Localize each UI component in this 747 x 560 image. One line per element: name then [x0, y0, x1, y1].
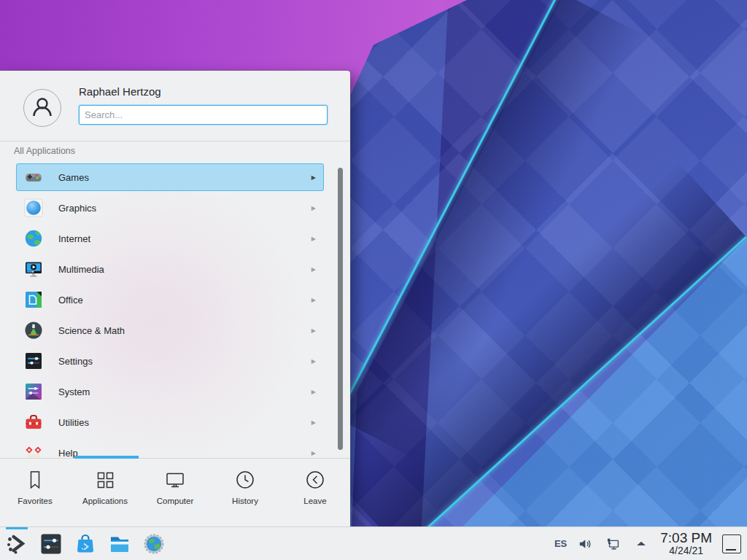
- taskbar-panel: ES 7:03 PM: [0, 526, 747, 560]
- system-tray: ES 7:03 PM: [554, 531, 741, 556]
- tab-applications[interactable]: Applications: [70, 459, 140, 526]
- section-label: All Applications: [14, 146, 75, 156]
- user-avatar[interactable]: [23, 89, 61, 127]
- menu-item-label: Science & Math: [58, 325, 125, 336]
- submenu-arrow-icon: ▶: [311, 266, 316, 273]
- submenu-arrow-icon: ▶: [311, 419, 316, 426]
- submenu-arrow-icon: ▶: [311, 174, 316, 181]
- dolphin-file-manager-button[interactable]: [108, 530, 131, 558]
- computer-icon: [164, 469, 186, 491]
- active-launcher-indicator: [6, 527, 28, 529]
- menu-item-label: Settings: [58, 356, 93, 367]
- tab-favorites[interactable]: Favorites: [0, 459, 70, 526]
- menu-item-utilities[interactable]: Utilities ▶: [16, 408, 324, 436]
- system-icon: [24, 382, 43, 401]
- taskbar-launchers: [5, 530, 166, 558]
- internet-icon: [24, 229, 43, 248]
- system-settings-icon: [40, 533, 62, 555]
- network-icon[interactable]: [605, 535, 622, 553]
- tab-label: Applications: [82, 497, 128, 505]
- kickoff-launcher-button[interactable]: [5, 530, 28, 558]
- submenu-arrow-icon: ▶: [311, 450, 316, 456]
- keyboard-layout-indicator[interactable]: ES: [554, 538, 567, 549]
- tab-computer[interactable]: Computer: [140, 459, 210, 526]
- games-icon: [24, 168, 43, 187]
- tab-label: History: [232, 497, 258, 505]
- menu-item-label: Graphics: [58, 203, 96, 214]
- settings-icon: [24, 351, 43, 370]
- submenu-arrow-icon: ▶: [311, 389, 316, 395]
- multimedia-icon: [24, 260, 43, 279]
- submenu-arrow-icon: ▶: [311, 236, 316, 242]
- menu-item-label: System: [58, 386, 90, 397]
- list-scrollbar[interactable]: [338, 168, 343, 450]
- applications-icon: [94, 469, 116, 491]
- discover-button[interactable]: [74, 530, 97, 558]
- graphics-icon: [24, 198, 43, 217]
- kickoff-launcher-popup: Raphael Hertzog All Applications: [0, 71, 350, 526]
- office-icon: [24, 290, 43, 309]
- tab-history[interactable]: History: [210, 459, 280, 526]
- header-separator: [0, 141, 350, 141]
- clock-date: 4/24/21: [660, 545, 712, 556]
- submenu-arrow-icon: ▶: [311, 327, 316, 334]
- help-icon: [24, 443, 43, 458]
- volume-icon[interactable]: [577, 535, 595, 553]
- history-icon: [234, 469, 256, 491]
- favorites-icon: [24, 469, 46, 491]
- desktop: Raphael Hertzog All Applications: [0, 0, 747, 560]
- submenu-arrow-icon: ▶: [311, 205, 316, 211]
- menu-item-science-math[interactable]: Science & Math ▶: [16, 316, 324, 344]
- menu-item-multimedia[interactable]: Multimedia ▶: [16, 255, 324, 283]
- dolphin-file-manager-icon: [109, 533, 131, 555]
- menu-item-label: Multimedia: [58, 264, 104, 275]
- kickoff-tab-bar: Favorites Applications C: [0, 459, 350, 526]
- tab-leave[interactable]: Leave: [280, 459, 350, 526]
- discover-icon: [74, 533, 96, 555]
- expand-tray-icon[interactable]: [632, 535, 650, 553]
- menu-item-label: Utilities: [58, 417, 89, 428]
- menu-item-label: Internet: [58, 233, 90, 244]
- web-browser-icon: [143, 533, 165, 555]
- menu-item-internet[interactable]: Internet ▶: [16, 225, 324, 252]
- show-desktop-button[interactable]: [722, 534, 741, 553]
- user-icon: [28, 93, 57, 122]
- menu-item-label: Games: [58, 172, 89, 183]
- tab-label: Favorites: [18, 497, 52, 505]
- kickoff-header: Raphael Hertzog: [0, 71, 350, 141]
- user-name: Raphael Hertzog: [79, 85, 161, 98]
- submenu-arrow-icon: ▶: [311, 358, 316, 365]
- utilities-icon: [24, 413, 43, 432]
- kickoff-launcher-icon: [6, 533, 28, 555]
- clock-time: 7:03 PM: [660, 531, 712, 545]
- web-browser-button[interactable]: [142, 530, 166, 558]
- tab-label: Computer: [157, 497, 194, 505]
- application-category-list: Games ▶ Graphics ▶: [0, 163, 350, 458]
- submenu-arrow-icon: ▶: [311, 297, 316, 303]
- menu-item-system[interactable]: System ▶: [16, 378, 324, 405]
- menu-item-settings[interactable]: Settings ▶: [16, 347, 324, 375]
- show-desktop-glyph: [726, 549, 736, 551]
- digital-clock[interactable]: 7:03 PM 4/24/21: [660, 531, 712, 556]
- menu-item-label: Office: [58, 295, 83, 306]
- tab-label: Leave: [303, 497, 326, 505]
- menu-item-graphics[interactable]: Graphics ▶: [16, 194, 324, 222]
- system-settings-button[interactable]: [39, 530, 63, 558]
- menu-item-office[interactable]: Office ▶: [16, 286, 324, 314]
- search-input[interactable]: [79, 105, 328, 125]
- menu-item-games[interactable]: Games ▶: [16, 163, 324, 191]
- menu-item-help[interactable]: Help ▶: [16, 439, 324, 458]
- science-math-icon: [24, 321, 43, 340]
- leave-icon: [304, 469, 326, 491]
